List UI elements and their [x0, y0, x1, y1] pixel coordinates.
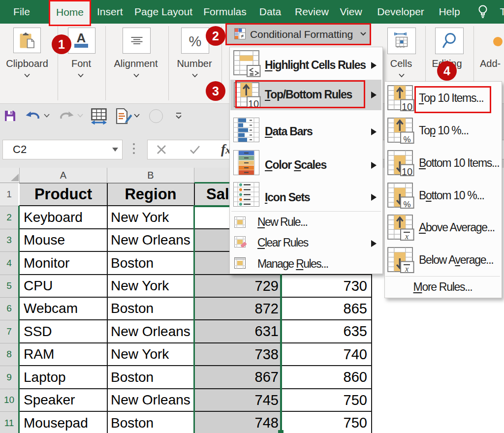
svg-text:10: 10 — [402, 166, 412, 177]
svg-text:x: x — [405, 232, 409, 241]
svg-text:10: 10 — [402, 101, 412, 112]
svg-text:≠: ≠ — [241, 33, 244, 39]
svg-text:%: % — [403, 200, 410, 209]
svg-text:x: x — [405, 265, 409, 273]
svg-text:%: % — [403, 135, 410, 144]
